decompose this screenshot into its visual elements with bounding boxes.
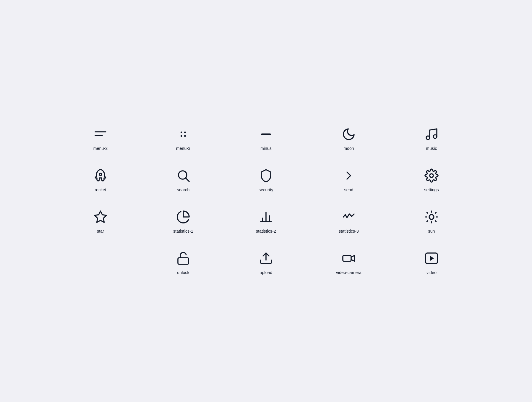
rocket-icon bbox=[93, 168, 108, 183]
statistics-2-icon bbox=[259, 210, 273, 224]
empty-placeholder bbox=[93, 251, 108, 265]
settings-label: settings bbox=[424, 187, 439, 192]
icon-cell-menu-3[interactable]: menu-3 bbox=[154, 127, 213, 151]
icon-cell-statistics-2[interactable]: statistics-2 bbox=[236, 210, 296, 234]
icon-cell-video-camera[interactable]: video-camera bbox=[319, 251, 378, 275]
minus-icon bbox=[259, 127, 273, 141]
sun-icon bbox=[424, 210, 439, 224]
icon-cell-video[interactable]: video bbox=[402, 251, 461, 275]
svg-point-7 bbox=[426, 136, 430, 140]
send-label: send bbox=[344, 187, 353, 192]
star-icon bbox=[93, 210, 108, 224]
icon-cell-sun[interactable]: sun bbox=[402, 210, 461, 234]
video-icon bbox=[424, 251, 439, 265]
svg-line-26 bbox=[435, 212, 436, 213]
search-label: search bbox=[177, 187, 190, 192]
menu-2-label: menu-2 bbox=[93, 146, 108, 151]
menu-3-icon bbox=[176, 127, 190, 141]
icon-cell-send[interactable]: send bbox=[319, 168, 378, 192]
icon-cell-statistics-1[interactable]: statistics-1 bbox=[154, 210, 213, 234]
icon-cell-star[interactable]: star bbox=[71, 210, 130, 234]
icon-cell-statistics-3[interactable]: statistics-3 bbox=[319, 210, 378, 234]
svg-rect-27 bbox=[178, 258, 189, 264]
moon-label: moon bbox=[343, 146, 354, 151]
security-icon bbox=[259, 168, 273, 183]
svg-point-4 bbox=[181, 135, 182, 137]
svg-line-11 bbox=[186, 178, 189, 181]
menu-3-label: menu-3 bbox=[176, 146, 190, 151]
statistics-2-label: statistics-2 bbox=[256, 229, 276, 234]
star-label: star bbox=[97, 229, 104, 234]
svg-point-9 bbox=[99, 173, 102, 176]
icon-cell-settings[interactable]: settings bbox=[402, 168, 461, 192]
icon-grid: menu-2 menu-3 minus moon bbox=[47, 103, 485, 299]
svg-line-22 bbox=[435, 221, 436, 222]
svg-marker-31 bbox=[430, 256, 434, 261]
icon-cell-search[interactable]: search bbox=[154, 168, 213, 192]
video-camera-label: video-camera bbox=[336, 270, 362, 275]
svg-line-25 bbox=[427, 221, 428, 222]
svg-point-18 bbox=[429, 215, 434, 219]
settings-icon bbox=[424, 168, 439, 183]
send-icon bbox=[342, 168, 356, 183]
statistics-3-label: statistics-3 bbox=[339, 229, 359, 234]
statistics-1-icon bbox=[176, 210, 190, 224]
icon-cell-menu-2[interactable]: menu-2 bbox=[71, 127, 130, 151]
svg-point-5 bbox=[184, 135, 186, 137]
icon-cell-music[interactable]: music bbox=[402, 127, 461, 151]
icon-cell-empty bbox=[71, 251, 130, 275]
unlock-icon bbox=[176, 251, 190, 265]
moon-icon bbox=[342, 127, 356, 141]
svg-line-21 bbox=[427, 212, 428, 213]
upload-label: upload bbox=[260, 270, 273, 275]
svg-point-12 bbox=[430, 174, 433, 177]
unlock-label: unlock bbox=[177, 270, 189, 275]
icon-cell-security[interactable]: security bbox=[236, 168, 296, 192]
svg-point-2 bbox=[181, 132, 182, 133]
search-icon bbox=[176, 168, 190, 183]
minus-label: minus bbox=[260, 146, 272, 151]
security-label: security bbox=[259, 187, 273, 192]
icon-cell-unlock[interactable]: unlock bbox=[154, 251, 213, 275]
music-label: music bbox=[426, 146, 437, 151]
icon-cell-rocket[interactable]: rocket bbox=[71, 168, 130, 192]
svg-point-3 bbox=[184, 132, 186, 133]
video-label: video bbox=[426, 270, 437, 275]
statistics-3-icon bbox=[342, 210, 356, 224]
icon-cell-upload[interactable]: upload bbox=[236, 251, 296, 275]
rocket-label: rocket bbox=[95, 187, 106, 192]
svg-rect-29 bbox=[343, 255, 351, 261]
sun-label: sun bbox=[428, 229, 435, 234]
menu-2-icon bbox=[93, 127, 108, 141]
upload-icon bbox=[259, 251, 273, 265]
icon-cell-moon[interactable]: moon bbox=[319, 127, 378, 151]
svg-marker-13 bbox=[95, 211, 106, 222]
music-icon bbox=[424, 127, 439, 141]
video-camera-icon bbox=[342, 251, 356, 265]
icon-cell-minus[interactable]: minus bbox=[236, 127, 296, 151]
statistics-1-label: statistics-1 bbox=[173, 229, 193, 234]
